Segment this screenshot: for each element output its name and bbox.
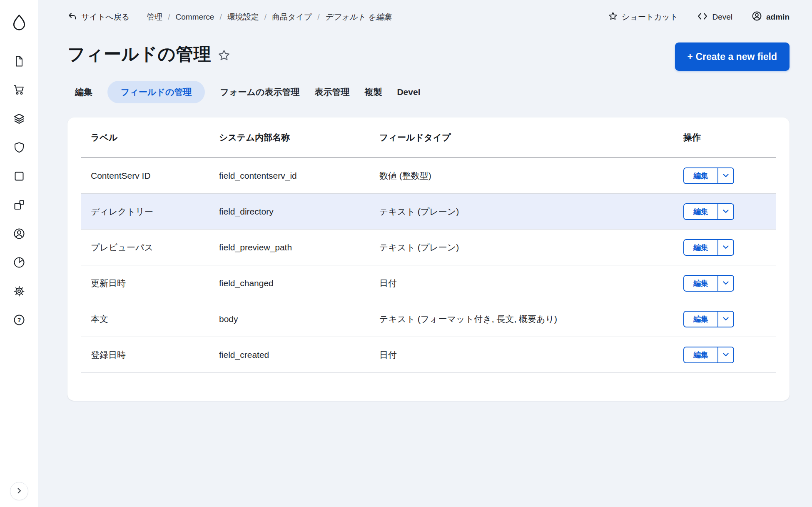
people-icon[interactable] — [0, 219, 38, 248]
field-label-cell: ContentServ ID — [91, 171, 219, 181]
edit-dropdown-toggle[interactable] — [718, 276, 733, 291]
devel-link[interactable]: Devel — [697, 12, 732, 22]
tab[interactable]: フォームの表示管理 — [220, 81, 299, 103]
field-label-cell: 登録日時 — [91, 349, 219, 361]
tab[interactable]: 複製 — [364, 81, 382, 103]
breadcrumb: 管理/Commerce/環境設定/商品タイプ/デフォルト を編集 — [147, 12, 391, 22]
row-actions-cell: 編集 — [683, 311, 776, 327]
content-icon[interactable] — [0, 47, 38, 75]
edit-dropdown-toggle[interactable] — [718, 240, 733, 255]
edit-dropdown-toggle[interactable] — [718, 168, 733, 183]
field-machine-name-cell: body — [219, 314, 379, 324]
gear-icon[interactable] — [0, 277, 38, 305]
row-actions-cell: 編集 — [683, 239, 776, 256]
tab[interactable]: 表示管理 — [314, 81, 349, 103]
fields-table-card: ラベル システム内部名称 フィールドタイプ 操作 ContentServ ID … — [67, 117, 790, 401]
edit-button[interactable]: 編集 — [684, 204, 718, 219]
field-type-cell: テキスト (フォーマット付き, 長文, 概要あり) — [379, 313, 683, 325]
devel-label: Devel — [712, 12, 732, 22]
blocks-icon[interactable] — [0, 190, 38, 219]
back-arrow-icon — [67, 12, 77, 23]
layers-icon[interactable] — [0, 104, 38, 133]
field-type-cell: 日付 — [379, 349, 683, 361]
field-label-cell: 本文 — [91, 313, 219, 325]
star-icon — [608, 12, 618, 23]
shortcuts-link[interactable]: ショートカット — [608, 12, 678, 23]
edit-dropdown-toggle[interactable] — [718, 347, 733, 362]
field-machine-name-cell: field_contentserv_id — [219, 171, 379, 181]
column-header-machine-name: システム内部名称 — [219, 132, 379, 143]
chevron-down-icon — [723, 208, 729, 215]
tab[interactable]: フィールドの管理 — [107, 81, 205, 103]
field-label-cell: 更新日時 — [91, 277, 219, 289]
chevron-down-icon — [723, 172, 729, 179]
edit-button[interactable]: 編集 — [684, 312, 718, 327]
field-machine-name-cell: field_preview_path — [219, 242, 379, 252]
pie-chart-icon[interactable] — [0, 248, 38, 277]
breadcrumb-separator: / — [168, 12, 170, 22]
toolbar-divider — [138, 12, 138, 22]
tab[interactable]: 編集 — [75, 81, 92, 103]
chevron-down-icon — [723, 352, 729, 358]
edit-button[interactable]: 編集 — [684, 276, 718, 291]
edit-button-group: 編集 — [683, 167, 734, 184]
edit-dropdown-toggle[interactable] — [718, 312, 733, 327]
edit-button-group: 編集 — [683, 347, 734, 363]
breadcrumb-item[interactable]: 管理 — [147, 12, 162, 22]
table-row: 登録日時 field_created 日付 編集 — [81, 337, 776, 373]
back-to-site-link[interactable]: サイトへ戻る — [67, 12, 130, 23]
field-machine-name-cell: field_directory — [219, 207, 379, 217]
drupal-logo[interactable] — [10, 11, 28, 34]
edit-button[interactable]: 編集 — [684, 240, 718, 255]
user-label: admin — [766, 12, 790, 22]
edit-button-group: 編集 — [683, 239, 734, 256]
square-icon[interactable] — [0, 162, 38, 190]
chevron-down-icon — [723, 316, 729, 322]
user-menu[interactable]: admin — [752, 11, 790, 23]
breadcrumb-separator: / — [264, 12, 267, 22]
back-to-site-label: サイトへ戻る — [81, 12, 130, 22]
create-new-field-button[interactable]: + Create a new field — [675, 42, 790, 71]
tab[interactable]: Devel — [397, 81, 420, 103]
breadcrumb-item[interactable]: Commerce — [176, 12, 214, 22]
code-icon — [697, 12, 708, 22]
chevron-right-icon — [15, 487, 23, 496]
field-machine-name-cell: field_created — [219, 350, 379, 360]
tabs: 編集フィールドの管理フォームの表示管理表示管理複製Devel — [38, 81, 812, 103]
table-row: ディレクトリー field_directory テキスト (プレーン) 編集 — [81, 194, 776, 230]
admin-toolbar: サイトへ戻る 管理/Commerce/環境設定/商品タイプ/デフォルト を編集 … — [38, 0, 812, 34]
main-content: サイトへ戻る 管理/Commerce/環境設定/商品タイプ/デフォルト を編集 … — [38, 0, 812, 507]
breadcrumb-item[interactable]: 商品タイプ — [272, 12, 312, 22]
field-label-cell: プレビューパス — [91, 242, 219, 253]
sidebar: ? — [0, 0, 38, 507]
page-header: フィールドの管理 + Create a new field — [38, 34, 812, 71]
field-type-cell: 数値 (整数型) — [379, 170, 683, 182]
sidebar-nav: ? — [0, 47, 38, 334]
chevron-down-icon — [723, 280, 729, 286]
field-type-cell: 日付 — [379, 277, 683, 289]
shield-icon[interactable] — [0, 133, 38, 162]
edit-button-group: 編集 — [683, 311, 734, 327]
breadcrumb-separator: / — [219, 12, 222, 22]
star-outline-icon[interactable] — [218, 49, 230, 62]
sidebar-expand-button[interactable] — [10, 482, 28, 500]
cart-icon[interactable] — [0, 75, 38, 104]
breadcrumb-separator: / — [317, 12, 319, 22]
edit-button-group: 編集 — [683, 275, 734, 292]
table-row: ContentServ ID field_contentserv_id 数値 (… — [81, 158, 776, 194]
breadcrumb-item[interactable]: デフォルト を編集 — [325, 12, 392, 22]
edit-button[interactable]: 編集 — [684, 168, 718, 183]
shortcuts-label: ショートカット — [622, 12, 678, 22]
table-row: 本文 body テキスト (フォーマット付き, 長文, 概要あり) 編集 — [81, 301, 776, 337]
svg-text:?: ? — [17, 317, 21, 323]
help-icon[interactable]: ? — [0, 305, 38, 334]
edit-button[interactable]: 編集 — [684, 347, 718, 362]
table-row: 更新日時 field_changed 日付 編集 — [81, 265, 776, 301]
user-icon — [752, 11, 762, 23]
edit-button-group: 編集 — [683, 203, 734, 220]
breadcrumb-item[interactable]: 環境設定 — [227, 12, 259, 22]
column-header-label: ラベル — [91, 132, 219, 143]
table-body: ContentServ ID field_contentserv_id 数値 (… — [81, 158, 776, 373]
edit-dropdown-toggle[interactable] — [718, 204, 733, 219]
table-header-row: ラベル システム内部名称 フィールドタイプ 操作 — [81, 117, 776, 158]
